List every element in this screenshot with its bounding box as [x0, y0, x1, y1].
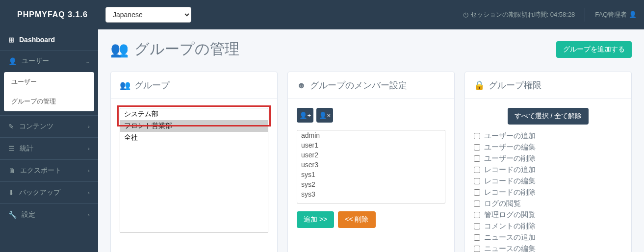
user-plus-icon: 👤+: [299, 112, 311, 119]
sidebar-item-dashboard[interactable]: ⊞ Dashboard: [0, 29, 98, 50]
select-all-button[interactable]: すべて選択 / 全て解除: [508, 108, 589, 125]
download-icon: ⬇: [8, 189, 14, 197]
perm-checkbox[interactable]: [474, 144, 480, 151]
member-option[interactable]: user1: [297, 140, 445, 150]
user-icon: 👤: [629, 11, 637, 18]
user-add-button[interactable]: 👤+: [297, 108, 313, 123]
group-option[interactable]: 全社: [120, 132, 268, 144]
language-select[interactable]: Japanese: [105, 7, 191, 23]
panel-header: ☻ グループのメンバー設定: [288, 72, 454, 99]
user-circle-icon: ☻: [297, 80, 306, 91]
group-option[interactable]: システム部: [120, 108, 268, 120]
users-icon: 👥: [110, 41, 129, 58]
member-actions: 追加 >> << 削除: [297, 211, 445, 228]
remove-member-button[interactable]: << 削除: [338, 211, 375, 228]
perm-label: ユーザーの削除: [484, 154, 536, 163]
sidebar-item-settings[interactable]: 🔧 設定 ›: [0, 204, 98, 226]
members-list[interactable]: admin user1 user2 user3 sys1 sys2 sys3: [297, 130, 445, 203]
perm-checkbox[interactable]: [474, 246, 480, 252]
divider: [585, 8, 585, 22]
perm-label: ユーザーの編集: [484, 143, 536, 152]
sidebar-item-label: バックアップ: [19, 188, 60, 197]
admin-user-link[interactable]: FAQ管理者 👤: [595, 10, 637, 19]
perm-checkbox[interactable]: [474, 133, 480, 139]
perm-checkbox[interactable]: [474, 234, 480, 241]
perm-checkbox[interactable]: [474, 167, 480, 173]
page-header: 👥 グループの管理 グループを追加する: [110, 39, 632, 59]
member-option[interactable]: sys2: [297, 179, 445, 189]
member-option[interactable]: sys1: [297, 170, 445, 179]
member-option[interactable]: user2: [297, 150, 445, 160]
perm-item[interactable]: ニュースの編集: [474, 243, 622, 252]
sidebar-sub-groups[interactable]: グループの管理: [4, 92, 94, 111]
chevron-right-icon: ›: [88, 190, 90, 196]
brand[interactable]: PHPMYFAQ 3.1.6: [7, 10, 105, 19]
perm-item[interactable]: 管理ログの閲覧: [474, 209, 622, 221]
sidebar-item-stats[interactable]: ☰ 統計 ›: [0, 138, 98, 159]
sidebar-sub-users[interactable]: ユーザー: [4, 72, 94, 92]
sidebar-item-backup[interactable]: ⬇ バックアップ ›: [0, 182, 98, 203]
chevron-right-icon: ›: [88, 212, 90, 218]
member-option[interactable]: user3: [297, 160, 445, 170]
lock-icon: 🔒: [474, 80, 485, 91]
perm-checkbox[interactable]: [474, 212, 480, 218]
perm-label: ユーザーの追加: [484, 131, 536, 141]
perm-item[interactable]: ニュースの追加: [474, 232, 622, 243]
chevron-right-icon: ›: [88, 146, 90, 151]
perm-checkbox[interactable]: [474, 201, 480, 207]
sidebar-item-label: ユーザー: [22, 57, 49, 66]
sidebar-item-export[interactable]: 🗎 エクスポート ›: [0, 160, 98, 181]
admin-user-label: FAQ管理者: [595, 11, 627, 18]
perm-item[interactable]: ユーザーの削除: [474, 153, 622, 164]
add-group-button[interactable]: グループを追加する: [556, 41, 632, 58]
member-icon-buttons: 👤+ 👤×: [297, 108, 445, 123]
panel-row: 👥 グループ システム部 フロント営業部 全社 ☻ グループのメンバー設定: [110, 72, 632, 252]
perm-item[interactable]: ユーザーの編集: [474, 142, 622, 153]
panel-header: 🔒 グループ権限: [465, 72, 631, 99]
panel-title: グループ権限: [489, 79, 541, 91]
perm-item[interactable]: ログの閲覧: [474, 198, 622, 209]
panel-title: グループ: [134, 79, 170, 91]
perm-item[interactable]: コメントの削除: [474, 221, 622, 232]
session-info: ◷ セッションの期限切れ時間: 04:58:28: [463, 10, 575, 19]
sidebar-item-contents[interactable]: ✎ コンテンツ ›: [0, 116, 98, 137]
perm-label: レコードの削除: [484, 188, 536, 197]
sidebar-item-label: Dashboard: [19, 36, 55, 44]
panel-title: グループのメンバー設定: [310, 79, 407, 91]
perm-item[interactable]: レコードの追加: [474, 164, 622, 176]
panel-groups: 👥 グループ システム部 フロント営業部 全社: [110, 72, 278, 252]
sidebar: ⊞ Dashboard 👤 ユーザー ⌄ ユーザー グループの管理 ✎ コンテン…: [0, 29, 98, 252]
user-remove-button[interactable]: 👤×: [316, 108, 333, 123]
chevron-right-icon: ›: [88, 124, 90, 129]
member-option[interactable]: sys3: [297, 189, 445, 199]
dashboard-icon: ⊞: [8, 36, 14, 44]
main-content: 👥 グループの管理 グループを追加する 👥 グループ システム部 フロント営業部…: [98, 29, 644, 252]
sidebar-item-user[interactable]: 👤 ユーザー ⌄: [0, 50, 98, 72]
perm-item[interactable]: ユーザーの追加: [474, 130, 622, 142]
add-member-button[interactable]: 追加 >>: [297, 211, 334, 228]
perm-item[interactable]: レコードの編集: [474, 176, 622, 187]
perm-checkbox[interactable]: [474, 178, 480, 184]
perm-checkbox[interactable]: [474, 223, 480, 229]
wrench-icon: 🔧: [8, 211, 17, 219]
perm-label: ログの閲覧: [484, 199, 521, 208]
sidebar-item-label: コンテンツ: [19, 122, 53, 131]
users-icon: 👥: [120, 80, 130, 91]
user-icon: 👤: [8, 57, 17, 65]
group-option[interactable]: フロント営業部: [120, 120, 268, 132]
perm-label: コメントの削除: [484, 222, 536, 231]
file-icon: 🗎: [8, 167, 15, 175]
member-option[interactable]: admin: [297, 130, 445, 140]
stats-icon: ☰: [8, 145, 15, 152]
panel-permissions: 🔒 グループ権限 すべて選択 / 全て解除 ユーザーの追加 ユーザーの編集 ユー…: [464, 72, 632, 252]
clock-icon: ◷: [463, 11, 468, 18]
page-title: 👥 グループの管理: [110, 39, 239, 59]
perm-label: ニュースの追加: [484, 233, 536, 242]
page-title-text: グループの管理: [134, 39, 239, 59]
perm-label: 管理ログの閲覧: [484, 210, 536, 220]
perm-checkbox[interactable]: [474, 155, 480, 162]
perm-checkbox[interactable]: [474, 189, 480, 196]
perm-label: レコードの追加: [484, 165, 536, 175]
groups-list[interactable]: システム部 フロント営業部 全社: [120, 108, 268, 233]
perm-item[interactable]: レコードの削除: [474, 187, 622, 198]
